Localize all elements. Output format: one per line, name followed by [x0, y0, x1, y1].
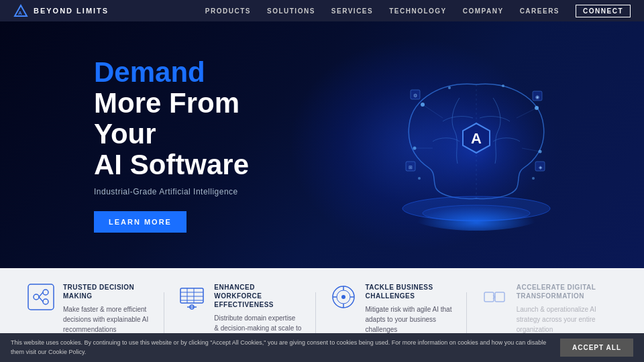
brain-svg: A ⚙ ◉ ⊞ ◈	[356, 44, 597, 245]
nav-item-services[interactable]: SERVICES	[331, 7, 373, 15]
svg-text:A: A	[18, 10, 22, 16]
feature-challenges: TACKLE BUSINESS CHALLENGES Mitigate risk…	[316, 283, 466, 335]
hero-subtitle: Industrial-Grade Artificial Intelligence	[94, 187, 288, 196]
feature-decision-making: TRUSTED DECISION MAKING Make faster & mo…	[27, 283, 164, 335]
learn-more-button[interactable]: LEARN MORE	[94, 211, 186, 233]
nav-links: PRODUCTS SOLUTIONS SERVICES TECHNOLOGY C…	[205, 5, 631, 17]
svg-text:◉: ◉	[535, 95, 539, 99]
svg-line-42	[39, 292, 43, 297]
transform-icon	[480, 283, 508, 311]
hero-content: Demand More From Your AI Software Indust…	[0, 57, 288, 233]
feature-title-workforce: ENHANCED WORKFORCE EFFECTIVENESS	[214, 283, 301, 309]
svg-point-23	[502, 84, 504, 87]
feature-text-challenges: TACKLE BUSINESS CHALLENGES Mitigate risk…	[366, 283, 453, 335]
svg-point-39	[34, 294, 39, 300]
feature-transformation: ACCELERATE DIGITAL TRANSFORMATION Launch…	[467, 283, 617, 335]
cookie-text: This website uses cookies. By continuing…	[11, 339, 547, 357]
svg-rect-44	[180, 288, 203, 303]
feature-desc-challenges: Mitigate risk with agile AI that adapts …	[366, 304, 453, 335]
decision-icon	[27, 283, 55, 311]
hero-visual: A ⚙ ◉ ⊞ ◈	[349, 41, 604, 249]
hero-title: More From Your AI Software	[94, 88, 288, 181]
svg-text:⊞: ⊞	[409, 165, 413, 170]
svg-rect-59	[484, 292, 494, 302]
svg-rect-60	[495, 292, 504, 302]
feature-title-transform: ACCELERATE DIGITAL TRANSFORMATION	[517, 283, 604, 300]
svg-rect-38	[28, 284, 54, 310]
hero-demand-text: Demand	[94, 57, 288, 88]
logo-icon: A	[13, 4, 28, 17]
nav-item-company[interactable]: COMPANY	[463, 7, 504, 15]
svg-text:⚙: ⚙	[413, 93, 417, 98]
svg-point-22	[448, 86, 451, 89]
cookie-bar: This website uses cookies. By continuing…	[0, 333, 644, 362]
svg-point-41	[43, 299, 48, 304]
challenges-icon	[329, 283, 358, 311]
accept-cookies-button[interactable]: ACCEPT ALL	[560, 339, 633, 357]
svg-point-25	[532, 177, 535, 180]
svg-line-43	[39, 297, 43, 302]
hero-section: Demand More From Your AI Software Indust…	[0, 21, 644, 268]
svg-point-40	[43, 290, 48, 295]
feature-text-transform: ACCELERATE DIGITAL TRANSFORMATION Launch…	[517, 283, 604, 335]
logo-text: BEYOND LIMITS	[34, 7, 109, 15]
connect-button[interactable]: CONNECT	[576, 5, 631, 17]
feature-text-decision: TRUSTED DECISION MAKING Make faster & mo…	[63, 283, 150, 335]
feature-desc-transform: Launch & operationalize AI strategy acro…	[517, 304, 604, 335]
nav-item-products[interactable]: PRODUCTS	[205, 7, 251, 15]
svg-point-58	[341, 295, 345, 299]
svg-point-15	[402, 190, 550, 231]
navbar: A BEYOND LIMITS PRODUCTS SOLUTIONS SERVI…	[0, 0, 644, 21]
svg-point-24	[418, 177, 421, 180]
feature-title-challenges: TACKLE BUSINESS CHALLENGES	[366, 283, 453, 300]
logo[interactable]: A BEYOND LIMITS	[13, 4, 109, 17]
feature-title-decision: TRUSTED DECISION MAKING	[63, 283, 150, 300]
workforce-icon	[178, 283, 206, 311]
nav-item-solutions[interactable]: SOLUTIONS	[267, 7, 315, 15]
feature-desc-decision: Make faster & more efficient decisions w…	[63, 304, 150, 335]
nav-item-careers[interactable]: CAREERS	[520, 7, 559, 15]
nav-item-technology[interactable]: TECHNOLOGY	[389, 7, 447, 15]
svg-text:A: A	[471, 130, 482, 147]
